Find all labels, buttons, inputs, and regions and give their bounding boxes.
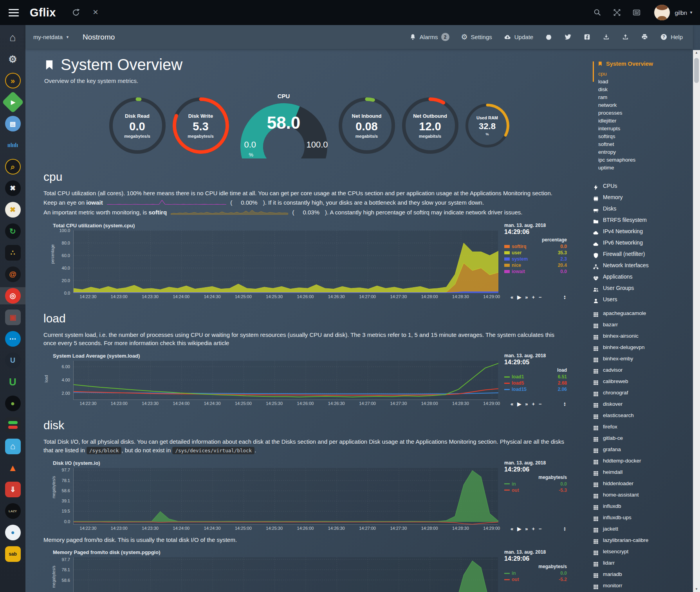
softirq-sparkline[interactable]	[171, 209, 288, 217]
toc-section-memory[interactable]: Memory	[593, 192, 691, 203]
toc-app-grafana[interactable]: grafana	[593, 444, 691, 455]
sidebar-app-youtube-dl[interactable]: ⇓	[0, 481, 25, 498]
toc-app-binhex-delugevpn[interactable]: binhex-delugevpn	[593, 342, 691, 353]
update-button[interactable]: Update	[504, 33, 533, 41]
toc-item-disk[interactable]: disk	[598, 86, 691, 94]
twitter-icon[interactable]	[564, 33, 572, 41]
toc-app-influxdb-ups[interactable]: influxdb-ups	[593, 512, 691, 523]
settings-button[interactable]: ⚙ Settings	[461, 33, 492, 41]
sidebar-app-node-graph[interactable]: ∴	[0, 244, 25, 261]
facebook-icon[interactable]	[583, 33, 591, 41]
sidebar-app-plex[interactable]: »	[0, 72, 25, 89]
chart-plot[interactable]	[73, 230, 498, 293]
play-icon[interactable]: ▶	[517, 526, 521, 532]
github-icon[interactable]	[545, 33, 552, 41]
sidebar-app-xteve[interactable]: ✖	[0, 201, 25, 218]
scroll-up-icon[interactable]: ▲	[695, 50, 698, 56]
toc-item-interrupts[interactable]: interrupts	[598, 125, 691, 133]
server-dropdown[interactable]: my-netdata▼	[33, 34, 69, 40]
gauge-disk-read[interactable]: Disk Read0.0megabytes/s	[108, 96, 167, 155]
zoom-in-icon[interactable]: +	[532, 401, 535, 407]
download-icon[interactable]	[603, 33, 610, 41]
gauge-cpu[interactable]: CPU58.00.0%100.0	[235, 93, 333, 158]
toc-app-heimdall[interactable]: heimdall	[593, 466, 691, 478]
scrollbar-thumb[interactable]	[694, 58, 699, 83]
toc-app-apacheguacamole[interactable]: apacheguacamole	[593, 308, 691, 319]
toc-item-network[interactable]: network	[598, 101, 691, 109]
toc-app-monitorr[interactable]: monitorr	[593, 580, 691, 591]
toc-item-idlejitter[interactable]: idlejitter	[598, 117, 691, 125]
toc-app-cadvisor[interactable]: cadvisor	[593, 364, 691, 376]
legend-row-system[interactable]: system2.3	[504, 256, 567, 262]
host-brand[interactable]: Nostromo	[83, 33, 115, 41]
legend-row-iowait[interactable]: iowait0.0	[504, 268, 567, 275]
sidebar-app-kodi[interactable]: ✖	[0, 180, 25, 197]
sidebar-app-remote-app[interactable]: ▤	[0, 115, 25, 132]
pan-backward-icon[interactable]: «	[511, 401, 513, 407]
chart-plot[interactable]	[73, 361, 498, 400]
toc-system-overview[interactable]: System Overview	[597, 61, 691, 67]
toc-app-binhex-emby[interactable]: binhex-emby	[593, 353, 691, 364]
sidebar-app-netdata[interactable]: ◎	[0, 287, 25, 304]
legend-row-load5[interactable]: load52.68	[504, 380, 567, 386]
toc-section-users[interactable]: Users	[593, 294, 691, 305]
play-icon[interactable]: ▶	[517, 401, 521, 407]
pan-forward-icon[interactable]: »	[525, 526, 528, 532]
close-icon[interactable]: ×	[91, 8, 100, 17]
sidebar-app-sabnzbd[interactable]: sab	[0, 545, 25, 563]
toc-section-network-interfaces[interactable]: Network Interfaces	[593, 260, 691, 271]
zoom-out-icon[interactable]: −	[539, 526, 542, 532]
sidebar-app-settings[interactable]: ⚙	[0, 50, 25, 68]
toc-app-firefox[interactable]: firefox	[593, 421, 691, 432]
chart-plot[interactable]	[73, 468, 498, 525]
toc-section-disks[interactable]: Disks	[593, 203, 691, 214]
scroll-down-icon[interactable]: ▼	[695, 587, 698, 592]
sidebar-app-gitlab[interactable]: ▲	[0, 459, 25, 477]
pan-forward-icon[interactable]: »	[525, 295, 528, 300]
toc-section-user-groups[interactable]: User Groups	[593, 283, 691, 294]
legend-row-out[interactable]: out-5.3	[504, 487, 567, 493]
sidebar-app-minio[interactable]: ▣	[0, 309, 25, 326]
resize-handle-icon[interactable]: ▲▼	[563, 527, 566, 531]
toc-item-ram[interactable]: ram	[598, 94, 691, 101]
sidebar-app-monitorr[interactable]	[0, 416, 25, 434]
legend-row-user[interactable]: user35.3	[504, 250, 567, 256]
toc-section-cpus[interactable]: CPUs	[593, 180, 691, 192]
alarms-button[interactable]: Alarms 2	[409, 33, 449, 41]
refresh-icon[interactable]	[72, 8, 80, 17]
toc-app-mariadb[interactable]: mariadb	[593, 569, 691, 580]
legend-row-out[interactable]: out-5.2	[504, 576, 567, 583]
toc-app-binhex-airsonic[interactable]: binhex-airsonic	[593, 330, 691, 342]
toc-app-home-assistant[interactable]: home-assistant	[593, 489, 691, 500]
pan-backward-icon[interactable]: «	[511, 526, 513, 532]
toc-item-cpu[interactable]: cpu	[598, 70, 691, 78]
zoom-out-icon[interactable]: −	[539, 401, 542, 407]
hamburger-icon[interactable]	[9, 9, 19, 16]
toc-app-calibreweb[interactable]: calibreweb	[593, 376, 691, 387]
toc-item-entropy[interactable]: entropy	[598, 148, 691, 156]
toc-app-hiddenloader[interactable]: hiddenloader	[593, 478, 691, 489]
legend-row-in[interactable]: in0.0	[504, 570, 567, 576]
toc-section-ipv4-networking[interactable]: IPv4 Networking	[593, 226, 691, 237]
sidebar-app-ubooquity[interactable]: U	[0, 352, 25, 369]
resize-handle-icon[interactable]: ▲▼	[563, 295, 566, 300]
sidebar-app-unraid[interactable]: U	[0, 373, 25, 390]
sidebar-app-guacamole[interactable]: ●	[0, 395, 25, 412]
gauge-net-outbound[interactable]: Net Outbound12.0megabits/s	[401, 96, 460, 155]
toc-app-elasticsearch[interactable]: elasticsearch	[593, 410, 691, 421]
toc-item-ipc-semaphores[interactable]: ipc semaphores	[598, 156, 691, 164]
sidebar-app-jackett[interactable]: ⌕	[0, 158, 25, 175]
toc-section-btrfs-filesystem[interactable]: BTRFS filesystem	[593, 214, 691, 226]
toc-section-firewall-netfilter-[interactable]: Firewall (netfilter)	[593, 248, 691, 260]
toc-item-processes[interactable]: processes	[598, 109, 691, 117]
play-icon[interactable]: ▶	[517, 295, 521, 300]
toc-app-influxdb[interactable]: influxdb	[593, 500, 691, 512]
sidebar-app-lazylibrarian[interactable]: LAZY	[0, 502, 25, 520]
gauge-disk-write[interactable]: Disk Write5.3megabytes/s	[171, 96, 230, 155]
legend-row-load15[interactable]: load152.06	[504, 386, 567, 392]
sidebar-app-home-assistant[interactable]: ⌂	[0, 438, 25, 455]
legend-row-softirq[interactable]: softirq0.0	[504, 243, 567, 250]
sidebar-app-home[interactable]: ⌂	[0, 29, 25, 46]
sidebar-app-grafana[interactable]: @	[0, 266, 25, 283]
user-menu[interactable]: gilbn▼	[675, 9, 693, 16]
